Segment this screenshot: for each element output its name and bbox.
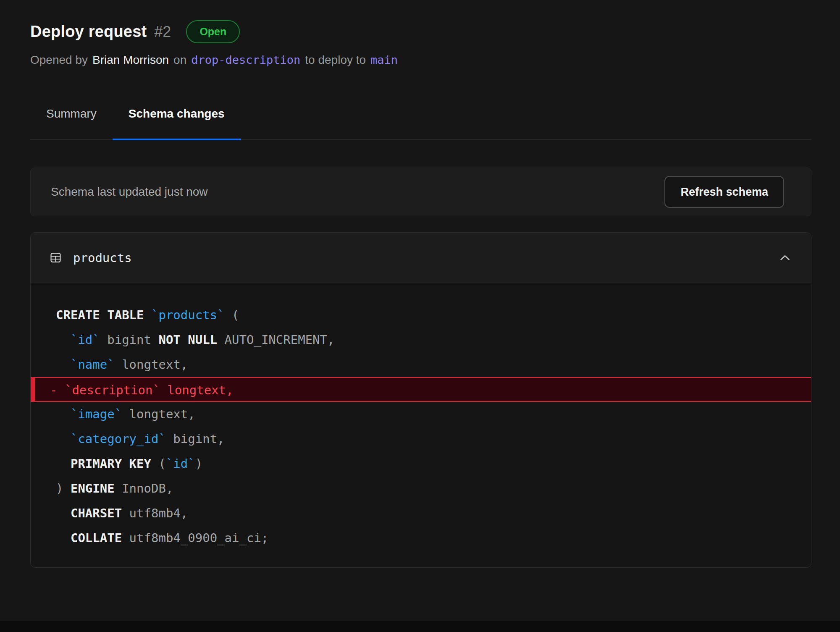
- table-name: products: [73, 251, 132, 265]
- sql-line: COLLATE utf8mb4_0900_ai_ci;: [31, 526, 811, 551]
- opened-by-label: Opened by: [30, 53, 88, 67]
- tab-summary[interactable]: Summary: [30, 107, 113, 139]
- sql-line-deleted: - `description` longtext,: [31, 377, 811, 402]
- refresh-schema-button[interactable]: Refresh schema: [664, 176, 784, 208]
- sql-line: ) ENGINE InnoDB,: [31, 476, 811, 501]
- sql-line: `category_id` bigint,: [31, 427, 811, 451]
- bottom-edge: [0, 621, 840, 632]
- sql-line: `image` longtext,: [31, 402, 811, 427]
- sql-line: `id` bigint NOT NULL AUTO_INCREMENT,: [31, 328, 811, 352]
- deploy-to-label: to deploy to: [305, 53, 366, 67]
- sql-code: CREATE TABLE `products` ( `id` bigint NO…: [31, 283, 811, 567]
- deploy-request-number: #2: [154, 23, 171, 41]
- author-name: Brian Morrison: [92, 53, 169, 67]
- sql-line: CREATE TABLE `products` (: [31, 303, 811, 328]
- sql-line: CHARSET utf8mb4,: [31, 501, 811, 526]
- schema-table-panel: products CREATE TABLE `products` ( `id` …: [30, 232, 811, 568]
- tab-bar: Summary Schema changes: [30, 107, 811, 140]
- schema-status-bar: Schema last updated just now Refresh sch…: [30, 168, 811, 216]
- sql-line: `name` longtext,: [31, 352, 811, 377]
- page-header: Deploy request #2 Open: [30, 20, 811, 43]
- deploy-request-subtitle: Opened by Brian Morrison on drop-descrip…: [30, 53, 811, 67]
- deploy-request-page: Deploy request #2 Open Opened by Brian M…: [0, 0, 840, 568]
- chevron-up-icon[interactable]: [778, 251, 792, 265]
- status-badge: Open: [186, 20, 240, 43]
- on-label: on: [173, 53, 186, 67]
- table-panel-header[interactable]: products: [31, 233, 811, 283]
- table-icon: [49, 251, 62, 264]
- schema-updated-text: Schema last updated just now: [51, 185, 208, 199]
- sql-line: PRIMARY KEY (`id`): [31, 451, 811, 476]
- source-branch-link[interactable]: drop-description: [191, 53, 300, 66]
- page-title: Deploy request: [30, 23, 147, 41]
- tab-schema-changes[interactable]: Schema changes: [113, 107, 241, 139]
- target-branch-link[interactable]: main: [370, 53, 398, 66]
